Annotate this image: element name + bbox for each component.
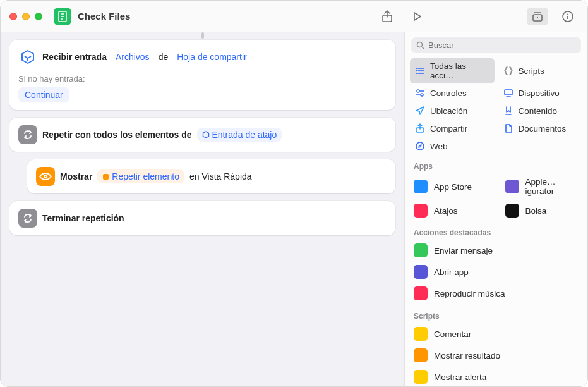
category-contenido[interactable]: Contenido bbox=[498, 102, 583, 119]
scripts-list: ComentarMostrar resultadoMostrar alertaS… bbox=[405, 323, 587, 386]
svg-rect-26 bbox=[505, 90, 512, 95]
show-suffix: en Vista Rápida bbox=[189, 171, 252, 181]
app-bolsa[interactable]: Bolsa bbox=[496, 200, 588, 221]
action-label: Mostrar resultado bbox=[434, 351, 500, 360]
app-icon bbox=[505, 180, 519, 194]
action-label: Comentar bbox=[434, 329, 471, 339]
switches-icon bbox=[415, 88, 425, 98]
action-icon bbox=[414, 243, 428, 257]
quicklook-icon bbox=[36, 167, 55, 186]
doc-icon bbox=[503, 123, 513, 133]
run-button[interactable] bbox=[407, 8, 428, 25]
actions-sidebar: Todas las acci…ScriptsControlesDispositi… bbox=[404, 32, 587, 386]
minimize-button[interactable] bbox=[22, 13, 30, 20]
repeat-icon bbox=[18, 125, 37, 144]
category-controles[interactable]: Controles bbox=[410, 85, 495, 101]
receive-label: Recibir entrada bbox=[42, 52, 107, 62]
category-scripts[interactable]: Scripts bbox=[498, 58, 583, 83]
receive-input-icon bbox=[18, 47, 37, 66]
category-web[interactable]: Web bbox=[410, 138, 495, 154]
svg-point-14 bbox=[417, 42, 423, 47]
action-label: Mostrar alerta bbox=[434, 372, 486, 382]
app-label: Apple…igurator bbox=[525, 177, 579, 196]
list-icon bbox=[415, 66, 425, 76]
no-input-action[interactable]: Continuar bbox=[18, 87, 69, 102]
svg-point-24 bbox=[421, 94, 423, 96]
category-label: Todas las acci… bbox=[430, 61, 489, 80]
search-input[interactable] bbox=[428, 40, 576, 50]
share-button[interactable] bbox=[376, 8, 398, 25]
receive-source[interactable]: Hoja de compartir bbox=[173, 51, 251, 63]
category-dispositivo[interactable]: Dispositivo bbox=[498, 85, 583, 101]
action-icon bbox=[414, 286, 428, 300]
workflow-editor[interactable]: Recibir entrada Archivos de Hoja de comp… bbox=[1, 32, 404, 386]
featured-header: Acciones destacadas bbox=[405, 224, 587, 240]
script-comentar[interactable]: Comentar bbox=[405, 323, 587, 345]
action-icon bbox=[414, 370, 428, 384]
action-end-repeat[interactable]: Terminar repetición bbox=[9, 201, 395, 235]
action-receive-input[interactable]: Recibir entrada Archivos de Hoja de comp… bbox=[9, 40, 395, 110]
action-icon bbox=[414, 348, 428, 362]
end-repeat-label: Terminar repetición bbox=[42, 213, 124, 223]
note-icon bbox=[503, 106, 513, 116]
share-icon bbox=[415, 123, 425, 133]
compass-icon bbox=[415, 141, 425, 151]
apps-header: Apps bbox=[405, 158, 587, 173]
svg-point-19 bbox=[416, 68, 417, 69]
scripts-header: Scripts bbox=[405, 304, 587, 323]
svg-point-30 bbox=[416, 142, 424, 150]
script-mostrar-resultado[interactable]: Mostrar resultado bbox=[405, 345, 587, 366]
action-label: Enviar mensaje bbox=[434, 246, 493, 255]
action-show-quicklook[interactable]: Mostrar Repetir elemento en Vista Rápida bbox=[27, 159, 395, 194]
shortcut-icon bbox=[54, 8, 71, 25]
repeat-variable[interactable]: Entrada de atajo bbox=[197, 128, 282, 142]
desktop-icon bbox=[503, 88, 513, 98]
category-documentos[interactable]: Documentos bbox=[498, 120, 583, 137]
script-mostrar-alerta[interactable]: Mostrar alerta bbox=[405, 366, 587, 386]
window-controls bbox=[9, 13, 42, 20]
braces-icon bbox=[503, 66, 513, 76]
show-variable[interactable]: Repetir elemento bbox=[97, 169, 184, 183]
zoom-button[interactable] bbox=[35, 13, 42, 20]
toolbar-right bbox=[376, 8, 579, 25]
end-repeat-icon bbox=[18, 209, 37, 228]
category-label: Ubicación bbox=[430, 106, 467, 116]
svg-line-15 bbox=[422, 47, 424, 49]
category-label: Compartir bbox=[430, 124, 467, 133]
category-label: Dispositivo bbox=[519, 89, 560, 98]
action-icon bbox=[414, 265, 428, 279]
library-toggle-button[interactable] bbox=[527, 8, 548, 25]
svg-point-22 bbox=[417, 90, 419, 92]
app-atajos[interactable]: Atajos bbox=[405, 200, 496, 221]
svg-point-21 bbox=[416, 73, 417, 74]
show-label: Mostrar bbox=[60, 171, 92, 181]
app-icon bbox=[414, 180, 428, 194]
category-todas-las-acci-[interactable]: Todas las acci… bbox=[410, 58, 495, 83]
svg-point-10 bbox=[567, 13, 568, 15]
action-label: Abrir app bbox=[434, 267, 469, 277]
app-label: App Store bbox=[434, 182, 472, 192]
category-label: Web bbox=[430, 142, 448, 151]
featured-enviar-mensaje[interactable]: Enviar mensaje bbox=[405, 240, 587, 261]
app-app-store[interactable]: App Store bbox=[405, 173, 496, 200]
svg-rect-13 bbox=[103, 174, 109, 180]
search-icon bbox=[416, 41, 424, 49]
app-icon bbox=[505, 204, 519, 218]
category-compartir[interactable]: Compartir bbox=[410, 120, 495, 137]
app-apple-igurator[interactable]: Apple…igurator bbox=[496, 173, 588, 200]
action-repeat[interactable]: Repetir con todos los elementos de Entra… bbox=[9, 118, 395, 152]
shortcuts-window: Check Files bbox=[0, 0, 588, 387]
close-button[interactable] bbox=[9, 13, 17, 20]
repeat-label: Repetir con todos los elementos de bbox=[42, 130, 192, 140]
featured-reproducir-m-sica[interactable]: Reproducir música bbox=[405, 283, 587, 304]
category-ubicaci-n[interactable]: Ubicación bbox=[410, 102, 495, 119]
category-label: Controles bbox=[430, 89, 467, 98]
app-icon bbox=[414, 204, 428, 218]
featured-abrir-app[interactable]: Abrir app bbox=[405, 261, 587, 283]
app-label: Atajos bbox=[434, 206, 458, 216]
receive-input-type[interactable]: Archivos bbox=[112, 51, 153, 63]
location-icon bbox=[415, 106, 425, 116]
search-field[interactable] bbox=[411, 37, 581, 53]
info-button[interactable] bbox=[557, 8, 579, 25]
action-label: Reproducir música bbox=[434, 289, 505, 298]
